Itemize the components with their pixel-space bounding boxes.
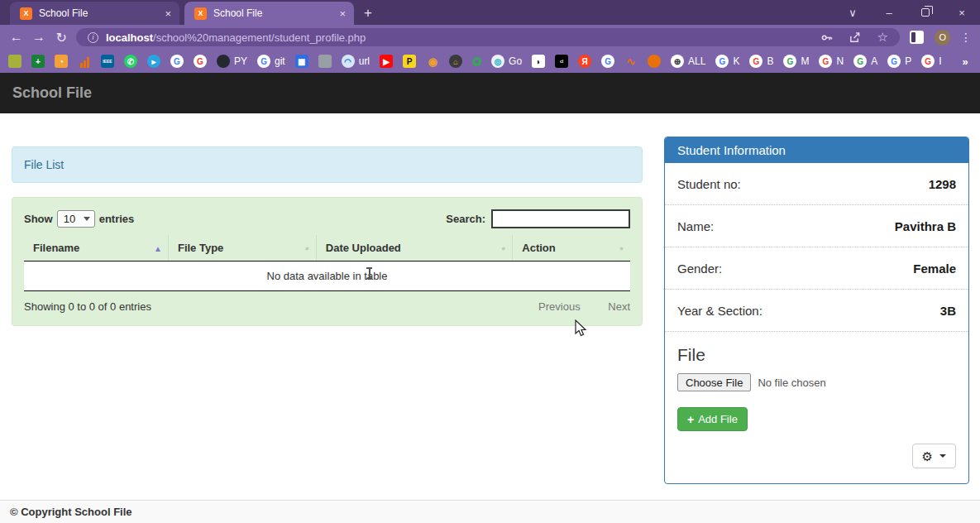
google-icon-label: M: [801, 55, 809, 67]
empty-table-message: No data available in table: [24, 262, 630, 291]
google-icon-label: K: [733, 55, 739, 67]
reload-icon[interactable]: ↻: [50, 30, 73, 46]
browser-window: X School File × X School File × + ∨ – × …: [0, 0, 980, 523]
column-header-filename[interactable]: Filename ▲: [24, 235, 168, 262]
google-icon-label: N: [836, 55, 844, 67]
youtube-icon: ▶: [380, 55, 393, 68]
cl-icon: cl: [555, 55, 568, 68]
whatsapp-icon[interactable]: ✆: [124, 55, 137, 68]
entries-label: entries: [99, 213, 135, 225]
settings-dropdown-button[interactable]: ⚙: [912, 444, 956, 468]
yandex-icon[interactable]: Я: [578, 55, 591, 68]
pagination-next[interactable]: Next: [608, 300, 630, 313]
add-file-label: Add File: [698, 413, 738, 425]
restore-button[interactable]: [907, 0, 944, 25]
browser-tab-1[interactable]: X School File ×: [10, 2, 179, 25]
google-icon[interactable]: GN: [819, 55, 844, 68]
bookmarks-overflow-icon: »: [958, 55, 972, 68]
google-icon[interactable]: G: [194, 55, 207, 68]
side-panel-icon[interactable]: [910, 31, 925, 44]
site-brand[interactable]: School File: [12, 84, 92, 102]
column-label: Date Uploaded: [326, 242, 401, 254]
google-icon[interactable]: G: [601, 55, 614, 68]
plus-doc-icon: +: [31, 55, 45, 68]
green-ring-icon[interactable]: [472, 57, 481, 66]
globe-icon[interactable]: ⊕ALL: [671, 55, 705, 68]
flame-icon[interactable]: ∿: [624, 55, 638, 68]
gray-app-icon[interactable]: [318, 55, 332, 68]
restore-icon: [921, 8, 930, 17]
google-icon[interactable]: GB: [749, 55, 773, 68]
column-header-action[interactable]: Action ▲▼: [513, 235, 630, 262]
telegram-icon[interactable]: ▸: [147, 55, 160, 68]
google-icon: G: [749, 55, 762, 68]
youtube-icon[interactable]: ▶: [380, 55, 393, 68]
url-path: /school%20management/student_profile.php: [153, 31, 366, 44]
close-button[interactable]: ×: [944, 0, 980, 25]
search-input[interactable]: [491, 209, 630, 228]
pagination-previous[interactable]: Previous: [538, 300, 581, 313]
tab-search-icon[interactable]: ∨: [834, 0, 871, 25]
browser-menu-icon[interactable]: ⋮: [960, 31, 972, 44]
column-header-date-uploaded[interactable]: Date Uploaded ▲▼: [316, 235, 512, 262]
back-icon[interactable]: ←: [5, 30, 27, 45]
share-icon[interactable]: [849, 31, 861, 44]
google-icon[interactable]: GI: [921, 55, 941, 68]
tab-close-icon[interactable]: ×: [339, 8, 346, 19]
cart-icon[interactable]: ⌂: [449, 55, 462, 68]
profile-avatar[interactable]: O: [935, 30, 950, 46]
bookmarks-overflow-icon[interactable]: »: [958, 55, 972, 68]
tab-title: School File: [39, 7, 158, 19]
google-icon: G: [819, 55, 832, 68]
row-label: Student no:: [677, 177, 741, 191]
url-shortener-icon[interactable]: ◠url: [342, 55, 370, 68]
go-icon-label: Go: [509, 55, 522, 67]
google-icon[interactable]: Ggit: [257, 55, 285, 68]
bird-icon[interactable]: ◗: [532, 55, 545, 68]
address-bar[interactable]: i localhost/school%20management/student_…: [76, 28, 900, 46]
row-label: Year & Section:: [677, 304, 762, 318]
google-icon-label: I: [939, 55, 941, 67]
tab-close-icon[interactable]: ×: [165, 8, 171, 19]
orange-dot-icon[interactable]: [648, 55, 661, 68]
google-icon-label: git: [275, 55, 285, 67]
minimize-button[interactable]: –: [871, 0, 907, 25]
analytics-bars-icon[interactable]: [78, 55, 91, 68]
leaf-icon[interactable]: [8, 55, 22, 68]
gear-icon: ⚙: [922, 450, 933, 463]
ieee-icon[interactable]: IEEE: [101, 55, 114, 68]
cl-icon[interactable]: cl: [555, 55, 568, 68]
page-content: File List Show 10 entries Search:: [0, 113, 980, 500]
choose-file-button[interactable]: Choose File: [677, 373, 751, 391]
file-list-panel: File List: [12, 146, 643, 183]
go-icon[interactable]: ◎Go: [491, 55, 522, 68]
camera-icon[interactable]: ◉: [426, 55, 439, 68]
google-icon[interactable]: GM: [783, 55, 809, 68]
browser-tab-2-active[interactable]: X School File ×: [184, 2, 354, 25]
google-icon[interactable]: GK: [715, 55, 739, 68]
ieee-icon: IEEE: [101, 55, 114, 68]
orange-app-icon[interactable]: ◔: [55, 55, 68, 68]
column-label: File Type: [178, 242, 223, 254]
url-host: localhost: [106, 31, 153, 44]
row-label: Gender:: [677, 262, 722, 276]
plus-doc-icon[interactable]: +: [31, 55, 45, 68]
github-icon[interactable]: PY: [217, 55, 247, 68]
google-icon[interactable]: G: [170, 55, 184, 68]
forward-icon[interactable]: →: [27, 30, 50, 45]
google-icon: G: [853, 55, 867, 68]
site-info-icon[interactable]: i: [88, 32, 98, 43]
sort-asc-icon: ▲: [154, 243, 162, 252]
google-icon[interactable]: GA: [853, 55, 877, 68]
add-file-button[interactable]: + Add File: [677, 407, 748, 431]
column-header-file-type[interactable]: File Type ▲▼: [168, 235, 316, 262]
bookmark-star-icon[interactable]: ☆: [877, 30, 887, 45]
password-key-icon[interactable]: [820, 31, 833, 44]
blue-app-icon[interactable]: ▦: [295, 55, 308, 68]
site-navbar: School File: [0, 73, 980, 113]
entries-select[interactable]: 10: [57, 210, 95, 228]
new-tab-button[interactable]: +: [364, 5, 372, 22]
p-app-icon[interactable]: P: [403, 55, 416, 68]
google-icon[interactable]: GP: [887, 55, 911, 68]
show-label: Show: [24, 213, 53, 225]
